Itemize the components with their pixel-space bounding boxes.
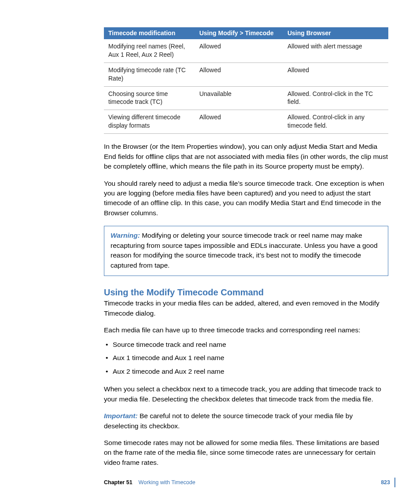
table-cell: Allowed <box>195 39 283 63</box>
body-paragraph: You should rarely need to adjust a media… <box>104 179 388 218</box>
bullet-list: Source timecode track and reel name Aux … <box>104 340 388 376</box>
table-cell: Allowed. Control-click in the TC field. <box>283 86 388 110</box>
warning-label: Warning: <box>111 232 140 239</box>
chapter-title: Working with Timecode <box>139 479 195 486</box>
table-header-row: Timecode modification Using Modify > Tim… <box>104 27 388 39</box>
important-paragraph: Important: Be careful not to delete the … <box>104 411 388 431</box>
body-paragraph: Timecode tracks in your media files can … <box>104 298 388 318</box>
table-header-cell: Using Browser <box>283 27 388 39</box>
page-number: 823 <box>381 479 390 486</box>
table-cell: Allowed <box>195 110 283 134</box>
list-item: Aux 2 timecode and Aux 2 reel name <box>104 367 388 376</box>
table-cell: Modifying reel names (Reel, Aux 1 Reel, … <box>104 39 195 63</box>
table-cell: Allowed. Control-click in any timecode f… <box>283 110 388 134</box>
warning-box: Warning: Modifying or deleting your sour… <box>104 226 388 276</box>
content-column: Timecode modification Using Modify > Tim… <box>104 27 388 467</box>
table-cell: Unavailable <box>195 86 283 110</box>
table-cell: Allowed with alert message <box>283 39 388 63</box>
table-cell: Choosing source time timecode track (TC) <box>104 86 195 110</box>
list-item: Source timecode track and reel name <box>104 340 388 349</box>
table-row: Choosing source time timecode track (TC)… <box>104 86 388 110</box>
footer-rule-icon <box>394 478 395 487</box>
document-page: Timecode modification Using Modify > Tim… <box>0 0 420 504</box>
table-header-cell: Using Modify > Timecode <box>195 27 283 39</box>
table-cell: Viewing different timecode display forma… <box>104 110 195 134</box>
table-cell: Modifying timecode rate (TC Rate) <box>104 63 195 86</box>
section-heading: Using the Modify Timecode Command <box>104 287 388 298</box>
table-row: Viewing different timecode display forma… <box>104 110 388 134</box>
warning-text: Modifying or deleting your source timeco… <box>111 232 378 269</box>
table-cell: Allowed <box>283 63 388 86</box>
body-paragraph: Some timecode rates may not be allowed f… <box>104 438 388 467</box>
important-text: Be careful not to delete the source time… <box>104 412 353 429</box>
table-header-cell: Timecode modification <box>104 27 195 39</box>
list-item: Aux 1 timecode and Aux 1 reel name <box>104 353 388 363</box>
table-row: Modifying timecode rate (TC Rate) Allowe… <box>104 63 388 86</box>
timecode-modification-table: Timecode modification Using Modify > Tim… <box>104 27 388 134</box>
chapter-number: Chapter 51 <box>104 479 133 486</box>
body-paragraph: When you select a checkbox next to a tim… <box>104 384 388 404</box>
table-cell: Allowed <box>195 63 283 86</box>
table-row: Modifying reel names (Reel, Aux 1 Reel, … <box>104 39 388 63</box>
body-paragraph: In the Browser (or the Item Properties w… <box>104 142 388 171</box>
page-footer: Chapter 51 Working with Timecode 823 <box>104 479 390 486</box>
important-label: Important: <box>104 412 138 419</box>
body-paragraph: Each media file can have up to three tim… <box>104 325 388 335</box>
